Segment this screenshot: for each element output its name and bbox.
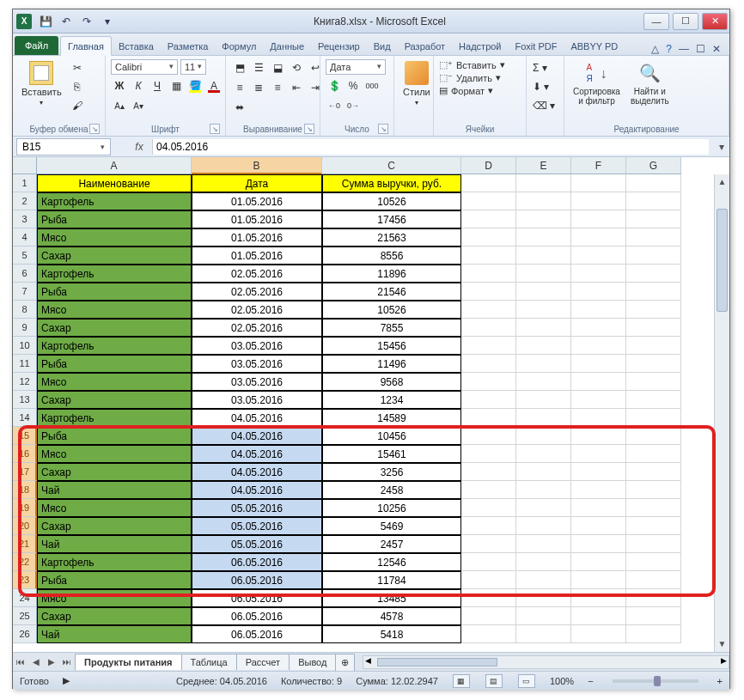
- cell[interactable]: [516, 192, 571, 210]
- cell[interactable]: [461, 535, 516, 553]
- cell[interactable]: 11496: [322, 355, 461, 373]
- cell[interactable]: Рыба: [37, 571, 192, 589]
- cell[interactable]: [516, 319, 571, 337]
- sort-filter-button[interactable]: A Я ↓ Сортировка и фильтр: [570, 59, 624, 107]
- cell[interactable]: Рыба: [37, 210, 192, 228]
- cell[interactable]: 11896: [322, 265, 461, 283]
- cell[interactable]: 8556: [322, 247, 461, 265]
- sheet-tab-0[interactable]: Продукты питания: [75, 654, 182, 670]
- cell[interactable]: [461, 517, 516, 535]
- cell[interactable]: Рыба: [37, 283, 192, 301]
- row-header[interactable]: 20: [13, 517, 37, 535]
- cut-button[interactable]: ✂: [69, 59, 86, 76]
- sheet-tab-2[interactable]: Рассчет: [236, 654, 290, 670]
- currency-button[interactable]: 💲: [326, 77, 343, 94]
- cell[interactable]: [571, 481, 626, 499]
- cell[interactable]: Сахар: [37, 319, 192, 337]
- row-header[interactable]: 17: [13, 463, 37, 481]
- cell[interactable]: [626, 427, 681, 445]
- cell[interactable]: [516, 499, 571, 517]
- row-header[interactable]: 23: [13, 571, 37, 589]
- decrease-indent-button[interactable]: ⇤: [288, 79, 305, 96]
- row-header[interactable]: 9: [13, 319, 37, 337]
- qat-customize[interactable]: ▾: [99, 13, 116, 30]
- cell[interactable]: [461, 499, 516, 517]
- header-cell[interactable]: Дата: [192, 174, 322, 192]
- cell[interactable]: Мясо: [37, 373, 192, 391]
- cell[interactable]: 2457: [322, 535, 461, 553]
- cell[interactable]: 02.05.2016: [192, 319, 322, 337]
- cell[interactable]: 05.05.2016: [192, 499, 322, 517]
- select-all-corner[interactable]: [13, 157, 37, 174]
- cell[interactable]: 10256: [322, 499, 461, 517]
- cell[interactable]: 06.05.2016: [192, 553, 322, 571]
- row-header[interactable]: 13: [13, 391, 37, 409]
- increase-font-button[interactable]: A▴: [111, 97, 128, 114]
- font-size-select[interactable]: 11: [180, 59, 206, 75]
- cell[interactable]: [461, 463, 516, 481]
- cell[interactable]: 03.05.2016: [192, 355, 322, 373]
- cell[interactable]: 10456: [322, 427, 461, 445]
- cell[interactable]: 03.05.2016: [192, 391, 322, 409]
- cell[interactable]: Рыба: [37, 355, 192, 373]
- new-sheet-button[interactable]: ⊕: [335, 654, 355, 671]
- zoom-slider[interactable]: [613, 679, 698, 683]
- scroll-up-arrow[interactable]: ▲: [715, 174, 729, 190]
- cell[interactable]: [571, 607, 626, 625]
- sheet-tab-3[interactable]: Вывод: [289, 654, 336, 670]
- cell[interactable]: [571, 283, 626, 301]
- help-icon[interactable]: ?: [666, 43, 672, 55]
- clipboard-launcher[interactable]: ↘: [89, 124, 100, 134]
- cell[interactable]: [626, 337, 681, 355]
- cell[interactable]: [516, 228, 571, 247]
- cell[interactable]: [516, 174, 571, 192]
- cell[interactable]: [626, 301, 681, 319]
- sheet-nav-next[interactable]: ▶: [44, 657, 59, 667]
- col-D-header[interactable]: D: [461, 157, 516, 174]
- cell[interactable]: [626, 445, 681, 463]
- cell[interactable]: [571, 265, 626, 283]
- clear-button[interactable]: ⌫ ▾: [532, 97, 556, 114]
- row-header[interactable]: 19: [13, 499, 37, 517]
- zoom-level[interactable]: 100%: [550, 676, 574, 686]
- cell[interactable]: [461, 481, 516, 499]
- row-header[interactable]: 3: [13, 210, 37, 228]
- horizontal-scrollbar[interactable]: ◀ ▶: [363, 655, 729, 669]
- row-header[interactable]: 6: [13, 265, 37, 283]
- number-launcher[interactable]: ↘: [378, 124, 388, 134]
- cell[interactable]: [571, 445, 626, 463]
- copy-button[interactable]: ⎘: [69, 78, 86, 95]
- cell[interactable]: Сахар: [37, 463, 192, 481]
- row-header[interactable]: 12: [13, 373, 37, 391]
- cell[interactable]: [571, 192, 626, 210]
- qat-redo[interactable]: ↷: [78, 13, 95, 30]
- cell[interactable]: Чай: [37, 625, 192, 643]
- cell[interactable]: [626, 517, 681, 535]
- cell[interactable]: 04.05.2016: [192, 445, 322, 463]
- align-left-button[interactable]: ≡: [231, 79, 248, 96]
- cell[interactable]: [626, 265, 681, 283]
- minimize-ribbon-icon[interactable]: △: [651, 43, 659, 55]
- cell[interactable]: [516, 409, 571, 427]
- cell[interactable]: 4578: [322, 607, 461, 625]
- format-painter-button[interactable]: 🖌: [69, 97, 86, 114]
- font-launcher[interactable]: ↘: [210, 124, 220, 134]
- orientation-button[interactable]: ⟲: [288, 59, 305, 76]
- cell[interactable]: [571, 427, 626, 445]
- cell[interactable]: Картофель: [37, 409, 192, 427]
- cell[interactable]: Картофель: [37, 192, 192, 210]
- cell[interactable]: [516, 463, 571, 481]
- cell[interactable]: [516, 445, 571, 463]
- cell[interactable]: [571, 247, 626, 265]
- cell[interactable]: [461, 210, 516, 228]
- cell[interactable]: [461, 571, 516, 589]
- minimize-button[interactable]: —: [643, 13, 669, 30]
- cell[interactable]: [571, 409, 626, 427]
- cell[interactable]: [516, 247, 571, 265]
- cell[interactable]: 21563: [322, 228, 461, 247]
- cell[interactable]: [626, 625, 681, 643]
- cell[interactable]: [516, 355, 571, 373]
- sheet-nav-prev[interactable]: ◀: [28, 657, 44, 667]
- sheet-tab-1[interactable]: Таблица: [181, 654, 237, 670]
- cell[interactable]: [626, 499, 681, 517]
